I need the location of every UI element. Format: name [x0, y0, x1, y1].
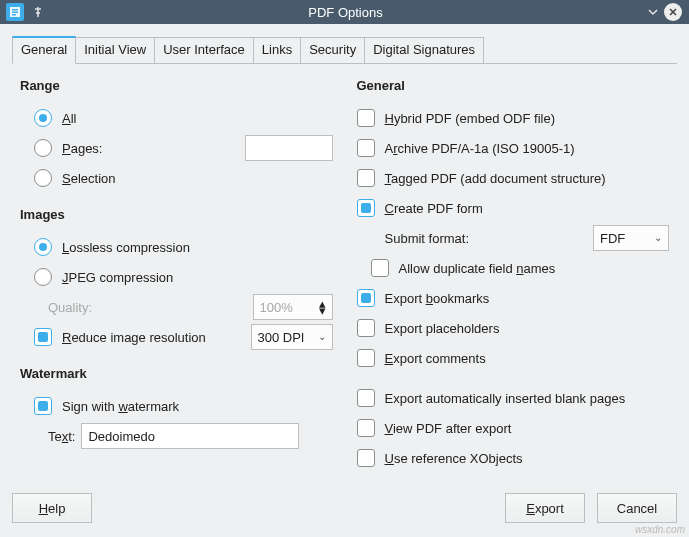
label-lossless: Lossless compression	[62, 240, 190, 255]
dialog-body: General Initial View User Interface Link…	[0, 24, 689, 493]
archive-option[interactable]: Archive PDF/A-1a (ISO 19005-1)	[357, 133, 670, 163]
minimize-icon[interactable]	[643, 2, 663, 22]
tab-content: Range All Pages: Selection Images Lossle…	[12, 63, 677, 485]
dpi-value: 300 DPI	[258, 330, 305, 345]
label-comments: Export comments	[385, 351, 486, 366]
radio-selection[interactable]	[34, 169, 52, 187]
chevron-down-icon: ⌄	[318, 332, 326, 342]
tagged-option[interactable]: Tagged PDF (add document structure)	[357, 163, 670, 193]
watermark-text-input[interactable]	[81, 423, 299, 449]
chevron-down-icon: ⌄	[654, 233, 662, 243]
tab-links[interactable]: Links	[254, 37, 301, 64]
blank-pages-option[interactable]: Export automatically inserted blank page…	[357, 383, 670, 413]
sign-watermark-option[interactable]: Sign with watermark	[34, 391, 333, 421]
check-xobjects[interactable]	[357, 449, 375, 467]
label-xobjects: Use reference XObjects	[385, 451, 523, 466]
titlebar: PDF Options	[0, 0, 689, 24]
range-all-option[interactable]: All	[34, 103, 333, 133]
view-after-export-option[interactable]: View PDF after export	[357, 413, 670, 443]
check-view-after[interactable]	[357, 419, 375, 437]
label-reduce: Reduce image resolution	[62, 330, 206, 345]
quality-row: Quality: 100% ▴▾	[34, 292, 333, 322]
cancel-button[interactable]: Cancel	[597, 493, 677, 523]
range-group-label: Range	[20, 78, 333, 93]
svg-rect-2	[12, 12, 18, 14]
check-sign-watermark[interactable]	[34, 397, 52, 415]
label-jpeg: JPEG compression	[62, 270, 173, 285]
submit-format-value: FDF	[600, 231, 625, 246]
pages-input[interactable]	[245, 135, 333, 161]
label-blank-pages: Export automatically inserted blank page…	[385, 391, 626, 406]
check-hybrid[interactable]	[357, 109, 375, 127]
check-archive[interactable]	[357, 139, 375, 157]
svg-rect-3	[12, 14, 16, 16]
submit-format-label: Submit format:	[385, 231, 470, 246]
label-pages: Pages:	[62, 141, 102, 156]
close-icon	[664, 3, 682, 21]
check-placeholders[interactable]	[357, 319, 375, 337]
hybrid-option[interactable]: Hybrid PDF (embed ODF file)	[357, 103, 670, 133]
general-group-label: General	[357, 78, 670, 93]
check-duplicate-names[interactable]	[371, 259, 389, 277]
quality-spin: 100% ▴▾	[253, 294, 333, 320]
check-bookmarks[interactable]	[357, 289, 375, 307]
right-column: General Hybrid PDF (embed ODF file) Arch…	[357, 78, 670, 473]
tab-digital-signatures[interactable]: Digital Signatures	[365, 37, 484, 64]
lossless-option[interactable]: Lossless compression	[34, 232, 333, 262]
pin-icon[interactable]	[28, 2, 48, 22]
duplicate-names-option[interactable]: Allow duplicate field names	[371, 253, 670, 283]
watermark-group-label: Watermark	[20, 366, 333, 381]
watermark-text-label: Text:	[48, 429, 75, 444]
images-group-label: Images	[20, 207, 333, 222]
radio-all[interactable]	[34, 109, 52, 127]
export-button[interactable]: Export	[505, 493, 585, 523]
create-form-option[interactable]: Create PDF form	[357, 193, 670, 223]
left-column: Range All Pages: Selection Images Lossle…	[20, 78, 333, 473]
label-all: All	[62, 111, 76, 126]
jpeg-option[interactable]: JPEG compression	[34, 262, 333, 292]
xobjects-option[interactable]: Use reference XObjects	[357, 443, 670, 473]
submit-format-combo[interactable]: FDF ⌄	[593, 225, 669, 251]
check-create-form[interactable]	[357, 199, 375, 217]
radio-lossless[interactable]	[34, 238, 52, 256]
watermark-text-row: Text:	[48, 421, 333, 451]
radio-jpeg[interactable]	[34, 268, 52, 286]
svg-rect-1	[12, 9, 18, 11]
placeholders-option[interactable]: Export placeholders	[357, 313, 670, 343]
label-create-form: Create PDF form	[385, 201, 483, 216]
tab-security[interactable]: Security	[301, 37, 365, 64]
check-blank-pages[interactable]	[357, 389, 375, 407]
window-title: PDF Options	[48, 5, 643, 20]
tabstrip: General Initial View User Interface Link…	[12, 32, 677, 64]
check-tagged[interactable]	[357, 169, 375, 187]
label-archive: Archive PDF/A-1a (ISO 19005-1)	[385, 141, 575, 156]
label-hybrid: Hybrid PDF (embed ODF file)	[385, 111, 555, 126]
label-tagged: Tagged PDF (add document structure)	[385, 171, 606, 186]
tab-user-interface[interactable]: User Interface	[155, 37, 254, 64]
site-watermark: wsxdn.com	[635, 524, 685, 535]
label-selection: Selection	[62, 171, 115, 186]
label-sign-watermark: Sign with watermark	[62, 399, 179, 414]
range-pages-option[interactable]: Pages:	[34, 133, 333, 163]
help-button[interactable]: Help	[12, 493, 92, 523]
spin-buttons: ▴▾	[319, 300, 326, 314]
tab-initial-view[interactable]: Initial View	[76, 37, 155, 64]
label-bookmarks: Export bookmarks	[385, 291, 490, 306]
quality-label: Quality:	[48, 300, 92, 315]
close-button[interactable]	[663, 2, 683, 22]
submit-format-row: Submit format: FDF ⌄	[385, 223, 670, 253]
button-bar: Help Export Cancel	[0, 493, 689, 537]
reduce-resolution-option[interactable]: Reduce image resolution 300 DPI ⌄	[34, 322, 333, 352]
check-comments[interactable]	[357, 349, 375, 367]
range-selection-option[interactable]: Selection	[34, 163, 333, 193]
app-icon	[6, 3, 24, 21]
bookmarks-option[interactable]: Export bookmarks	[357, 283, 670, 313]
dpi-combo[interactable]: 300 DPI ⌄	[251, 324, 333, 350]
check-reduce[interactable]	[34, 328, 52, 346]
label-duplicate-names: Allow duplicate field names	[399, 261, 556, 276]
quality-value: 100%	[260, 300, 293, 315]
tab-general[interactable]: General	[12, 36, 76, 64]
comments-option[interactable]: Export comments	[357, 343, 670, 373]
label-view-after: View PDF after export	[385, 421, 512, 436]
radio-pages[interactable]	[34, 139, 52, 157]
